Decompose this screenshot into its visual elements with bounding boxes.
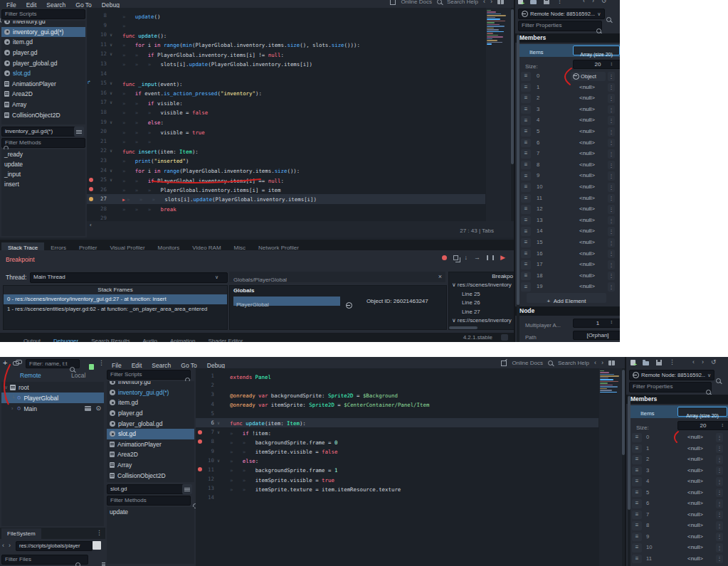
script-list-item[interactable]: Area2D xyxy=(1,89,85,100)
size-spinner[interactable]: 20 xyxy=(573,60,620,69)
tree-chevron-icon[interactable]: › xyxy=(11,406,17,411)
nav-forward-icon[interactable]: › xyxy=(9,543,11,549)
bottom-tab-shader-editor[interactable]: Shader Editor xyxy=(201,336,249,342)
filter-scripts-input[interactable]: Filter Scripts xyxy=(1,9,85,19)
code-minimap[interactable] xyxy=(486,8,511,221)
element-value[interactable]: <null> xyxy=(571,250,603,257)
element-options-button[interactable]: ⋮ xyxy=(716,455,723,464)
node-section-header[interactable]: Node xyxy=(515,306,620,316)
script-list-item[interactable]: CollisionObject2D xyxy=(107,470,194,481)
reorder-handle[interactable]: ≡ xyxy=(521,139,531,148)
open-docs-icon[interactable] xyxy=(716,378,721,383)
script-list-item[interactable]: inventory.gd xyxy=(107,381,194,388)
code-gutter[interactable]: 5 xyxy=(196,409,230,418)
element-value[interactable]: <null> xyxy=(571,106,603,112)
history-forward-button[interactable]: › xyxy=(490,0,492,5)
search-help-button[interactable]: Search Help xyxy=(558,360,589,366)
menu-edit[interactable]: Edit xyxy=(21,0,42,8)
fold-arrow-icon[interactable]: ∨ xyxy=(107,49,115,59)
code-line-28[interactable]: 28» » » break xyxy=(87,204,485,214)
element-value[interactable]: <null> xyxy=(571,205,603,212)
online-docs-button[interactable]: Online Docs xyxy=(512,360,543,366)
multiplayer-authority-spinner[interactable]: 1 xyxy=(573,319,620,328)
filter-properties-input[interactable]: Filter Properties xyxy=(629,382,712,393)
script-list-item[interactable]: Area2D xyxy=(107,449,194,460)
code-line-1[interactable]: 1extends Panel xyxy=(196,371,598,380)
inspector-scrollbar[interactable] xyxy=(628,395,631,566)
step-into-icon[interactable]: ↓ xyxy=(465,255,468,261)
code-gutter[interactable]: 16∨ xyxy=(87,88,122,98)
script-list-item[interactable]: inventory.gd xyxy=(1,21,85,27)
script-list-item[interactable]: player.gd xyxy=(107,408,194,419)
code-gutter[interactable]: 12∨ xyxy=(87,49,122,59)
method-list-item[interactable]: update xyxy=(1,159,85,169)
menu-debug[interactable]: Debug xyxy=(97,0,125,8)
current-script-box[interactable]: slot.gd xyxy=(107,484,185,494)
object-history-icon[interactable]: ↺ xyxy=(601,0,607,4)
code-gutter[interactable]: 8 xyxy=(196,437,230,446)
element-value[interactable]: <null> xyxy=(571,95,603,101)
code-gutter[interactable]: 18 xyxy=(87,107,122,117)
fold-arrow-icon[interactable]: ∨ xyxy=(107,146,115,156)
breakpoint-icon[interactable] xyxy=(89,178,93,182)
code-gutter[interactable]: 10∨ xyxy=(196,456,230,465)
reorder-handle[interactable]: ≡ xyxy=(521,194,531,203)
code-gutter[interactable]: 6∨ xyxy=(196,418,230,427)
code-editor[interactable]: 8» update()9» 10∨func update():11∨» for … xyxy=(87,8,514,221)
attach-script-icon[interactable] xyxy=(89,364,94,370)
new-resource-icon[interactable] xyxy=(518,0,523,4)
fold-arrow-icon[interactable]: ∨ xyxy=(107,166,115,176)
element-options-button[interactable]: ⋮ xyxy=(716,555,723,564)
element-options-button[interactable]: ⋮ xyxy=(716,533,723,542)
menu-edit[interactable]: Edit xyxy=(127,361,147,368)
remote-node-dropdown[interactable]: Remote Node: 88516592... ∨ xyxy=(629,370,714,380)
filter-methods-input[interactable]: Filter Methods xyxy=(1,138,85,148)
element-value[interactable]: <null> xyxy=(571,228,603,234)
element-options-button[interactable]: ⋮ xyxy=(608,171,615,181)
method-list-item[interactable]: update xyxy=(107,507,194,517)
reorder-handle[interactable]: ≡ xyxy=(521,205,531,214)
element-value[interactable]: <null> xyxy=(571,172,603,178)
more-options-icon[interactable]: ⋮ xyxy=(556,0,563,4)
load-resource-icon[interactable] xyxy=(643,361,649,365)
scene-tree-item-playerglobal[interactable]: └○PlayerGlobal xyxy=(1,393,104,403)
code-gutter[interactable]: 14 xyxy=(196,493,230,502)
nav-back-icon[interactable]: ‹ xyxy=(2,543,4,549)
object-history-icon[interactable]: ↺ xyxy=(711,359,717,365)
element-options-button[interactable]: ⋮ xyxy=(608,282,615,292)
tab-local[interactable]: Local xyxy=(71,372,85,379)
spinner-arrows-icon[interactable]: ↕ xyxy=(722,422,724,427)
array-edit-button[interactable]: Array (size 20) xyxy=(573,46,620,55)
fold-arrow-icon[interactable]: ∨ xyxy=(107,175,115,185)
tab-filesystem[interactable]: FileSystem xyxy=(1,528,41,539)
more-options-icon[interactable]: ⋮ xyxy=(669,359,675,365)
element-options-button[interactable]: ⋮ xyxy=(608,250,615,259)
method-list-item[interactable]: _ready xyxy=(1,149,85,159)
code-gutter[interactable]: 20 xyxy=(87,127,122,137)
current-path-box[interactable]: res://scripts/globals/player xyxy=(16,541,93,551)
reorder-handle[interactable]: ≡ xyxy=(521,183,531,192)
fold-arrow-icon[interactable]: ∨ xyxy=(107,78,115,88)
script-list-item[interactable]: slot.gd xyxy=(107,429,194,439)
reorder-handle[interactable]: ≡ xyxy=(521,72,531,81)
code-gutter[interactable]: 9 xyxy=(196,447,230,456)
add-node-icon[interactable]: + xyxy=(3,359,7,367)
code-gutter[interactable]: 26 xyxy=(87,185,122,195)
reorder-handle[interactable]: ≡ xyxy=(632,511,642,520)
element-options-button[interactable]: ⋮ xyxy=(716,477,723,486)
menu-search[interactable]: Search xyxy=(41,0,70,8)
element-options-button[interactable]: ⋮ xyxy=(608,94,615,103)
breakpoint-tree-item[interactable]: ∨ res://scenes/inventory xyxy=(449,316,515,326)
element-value[interactable]: <null> xyxy=(571,239,603,245)
scripts-panel-toggle-icon[interactable] xyxy=(608,361,615,365)
reorder-handle[interactable]: ≡ xyxy=(521,161,531,170)
script-list-item[interactable]: player_global.gd xyxy=(107,418,194,429)
add-element-button[interactable]: + Add Element xyxy=(527,293,606,303)
stack-frame-row[interactable]: 0 - res://scenes/inventory/inventory_gui… xyxy=(4,294,227,304)
array-edit-button[interactable]: Array (size 20) xyxy=(677,407,727,417)
element-options-button[interactable]: ⋮ xyxy=(716,543,723,552)
menu-go-to[interactable]: Go To xyxy=(70,0,97,8)
element-options-button[interactable]: ⋮ xyxy=(608,205,615,214)
fold-arrow-icon[interactable]: ∨ xyxy=(214,456,223,465)
global-variable-cell[interactable]: PlayerGlobal xyxy=(233,297,340,306)
